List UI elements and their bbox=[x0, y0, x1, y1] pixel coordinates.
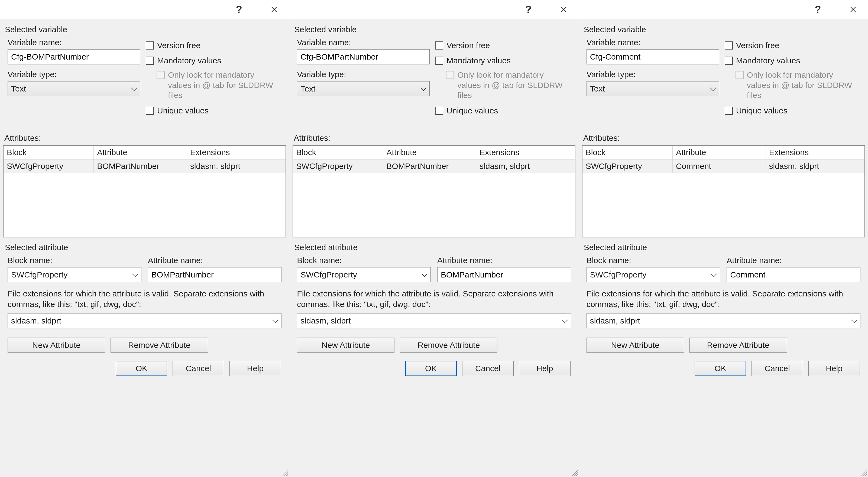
attribute-name-input[interactable] bbox=[148, 267, 282, 282]
variable-type-value: Text bbox=[11, 84, 26, 93]
block-name-combo[interactable]: SWCfgProperty bbox=[8, 267, 142, 282]
resize-grip-icon[interactable] bbox=[860, 469, 867, 476]
version-free-checkbox[interactable]: Version free bbox=[146, 38, 281, 53]
attribute-name-input[interactable] bbox=[437, 267, 571, 282]
selected-attribute-grid: Block name:SWCfgPropertyAttribute name: bbox=[8, 256, 281, 282]
block-name-combo[interactable]: SWCfgProperty bbox=[297, 267, 431, 282]
sv-right: Version freeMandatory valuesOnly look fo… bbox=[140, 38, 281, 118]
selected-variable-row: Variable name:Variable type:TextVersion … bbox=[297, 38, 571, 118]
variable-type-select[interactable]: Text bbox=[587, 81, 719, 96]
resize-grip-icon[interactable] bbox=[571, 469, 578, 476]
block-name-combo[interactable]: SWCfgProperty bbox=[587, 267, 720, 282]
attributes-listview[interactable]: BlockAttributeExtensionsSWCfgPropertyCom… bbox=[582, 145, 865, 237]
variable-name-input[interactable] bbox=[8, 49, 140, 64]
resize-grip-icon[interactable] bbox=[281, 469, 288, 476]
remove-attribute-button[interactable]: Remove Attribute bbox=[689, 338, 787, 353]
variable-type-label: Variable type: bbox=[297, 70, 430, 79]
new-attribute-button[interactable]: New Attribute bbox=[8, 338, 105, 353]
unique-values-checkbox[interactable]: Unique values bbox=[435, 103, 571, 118]
cell-attribute: Comment bbox=[673, 160, 766, 173]
attribute-name-col: Attribute name: bbox=[437, 256, 571, 282]
selected-variable-group: Selected variableVariable name:Variable … bbox=[3, 30, 286, 123]
listview-row[interactable]: SWCfgPropertyBOMPartNumbersldasm, sldprt bbox=[3, 160, 285, 173]
extensions-combo[interactable]: sldasm, sldprt bbox=[587, 313, 860, 328]
extensions-combo[interactable]: sldasm, sldprt bbox=[297, 313, 571, 328]
variable-name-input[interactable] bbox=[587, 49, 719, 64]
cancel-button[interactable]: Cancel bbox=[462, 361, 514, 376]
cell-block: SWCfgProperty bbox=[583, 160, 673, 173]
block-name-value: SWCfgProperty bbox=[11, 270, 67, 279]
variable-type-label: Variable type: bbox=[8, 70, 140, 79]
help-button[interactable]: Help bbox=[519, 361, 570, 376]
cell-attribute: BOMPartNumber bbox=[94, 160, 187, 173]
attribute-name-col: Attribute name: bbox=[726, 256, 860, 282]
attribute-name-label: Attribute name: bbox=[437, 256, 571, 265]
close-icon bbox=[560, 6, 567, 13]
remove-attribute-button[interactable]: Remove Attribute bbox=[111, 338, 208, 353]
titlebar-help-button[interactable]: ? bbox=[806, 0, 830, 19]
block-name-value: SWCfgProperty bbox=[301, 270, 357, 279]
extensions-combo[interactable]: sldasm, sldprt bbox=[8, 313, 281, 328]
titlebar: ? bbox=[0, 0, 289, 19]
titlebar-help-button[interactable]: ? bbox=[227, 0, 251, 19]
col-extensions[interactable]: Extensions bbox=[187, 146, 285, 159]
titlebar-help-button[interactable]: ? bbox=[516, 0, 541, 19]
cell-block: SWCfgProperty bbox=[293, 160, 383, 173]
col-attribute[interactable]: Attribute bbox=[673, 146, 766, 159]
remove-attribute-button[interactable]: Remove Attribute bbox=[400, 338, 497, 353]
new-attribute-button[interactable]: New Attribute bbox=[297, 338, 395, 353]
mandatory-values-checkbox[interactable]: Mandatory values bbox=[725, 53, 860, 68]
block-name-value: SWCfgProperty bbox=[590, 270, 646, 279]
checkbox-box bbox=[725, 41, 733, 49]
ok-button[interactable]: OK bbox=[116, 361, 167, 376]
version-free-checkbox[interactable]: Version free bbox=[725, 38, 860, 53]
extensions-value: sldasm, sldprt bbox=[590, 316, 640, 326]
ok-button[interactable]: OK bbox=[694, 361, 746, 376]
checkbox-box bbox=[725, 107, 733, 115]
col-block[interactable]: Block bbox=[583, 146, 673, 159]
help-button[interactable]: Help bbox=[229, 361, 281, 376]
attribute-buttons: New AttributeRemove Attribute bbox=[297, 338, 575, 353]
checkbox-box-disabled bbox=[446, 71, 454, 79]
col-block[interactable]: Block bbox=[3, 146, 94, 159]
help-button[interactable]: Help bbox=[808, 361, 860, 376]
listview-row[interactable]: SWCfgPropertyCommentsldasm, sldprt bbox=[583, 160, 865, 173]
listview-row[interactable]: SWCfgPropertyBOMPartNumbersldasm, sldprt bbox=[293, 160, 575, 173]
version-free-checkbox[interactable]: Version free bbox=[435, 38, 571, 53]
attributes-listview[interactable]: BlockAttributeExtensionsSWCfgPropertyBOM… bbox=[292, 145, 575, 237]
col-attribute[interactable]: Attribute bbox=[383, 146, 476, 159]
col-extensions[interactable]: Extensions bbox=[766, 146, 865, 159]
block-name-col: Block name:SWCfgProperty bbox=[587, 256, 720, 282]
attribute-name-label: Attribute name: bbox=[148, 256, 282, 265]
titlebar-close-button[interactable] bbox=[262, 0, 286, 19]
checkbox-box bbox=[435, 57, 443, 65]
group-legend: Selected attribute bbox=[3, 243, 70, 252]
unique-values-checkbox[interactable]: Unique values bbox=[725, 103, 860, 118]
ok-button[interactable]: OK bbox=[405, 361, 457, 376]
attributes-listview[interactable]: BlockAttributeExtensionsSWCfgPropertyBOM… bbox=[3, 145, 286, 237]
cancel-button[interactable]: Cancel bbox=[751, 361, 803, 376]
variable-type-select[interactable]: Text bbox=[297, 81, 430, 96]
checkbox-box bbox=[146, 41, 154, 49]
mandatory-values-checkbox[interactable]: Mandatory values bbox=[435, 53, 571, 68]
checkbox-label: Unique values bbox=[446, 106, 498, 115]
variable-type-select[interactable]: Text bbox=[8, 81, 140, 96]
variable-name-input[interactable] bbox=[297, 49, 430, 64]
col-attribute[interactable]: Attribute bbox=[94, 146, 187, 159]
col-extensions[interactable]: Extensions bbox=[476, 146, 575, 159]
block-name-col: Block name:SWCfgProperty bbox=[8, 256, 142, 282]
close-icon bbox=[270, 6, 278, 13]
cancel-button[interactable]: Cancel bbox=[173, 361, 224, 376]
col-block[interactable]: Block bbox=[293, 146, 383, 159]
listview-header: BlockAttributeExtensions bbox=[293, 146, 575, 160]
attribute-name-input[interactable] bbox=[726, 267, 860, 282]
block-name-col: Block name:SWCfgProperty bbox=[297, 256, 431, 282]
unique-values-checkbox[interactable]: Unique values bbox=[146, 103, 281, 118]
listview-header: BlockAttributeExtensions bbox=[3, 146, 285, 160]
new-attribute-button[interactable]: New Attribute bbox=[587, 338, 684, 353]
titlebar-close-button[interactable] bbox=[841, 0, 865, 19]
mandatory-values-checkbox[interactable]: Mandatory values bbox=[146, 53, 281, 68]
titlebar-close-button[interactable] bbox=[552, 0, 576, 19]
mandatory-note-text: Only look for mandatory values in @ tab … bbox=[457, 70, 566, 100]
mandatory-note-row: Only look for mandatory values in @ tab … bbox=[435, 70, 571, 100]
